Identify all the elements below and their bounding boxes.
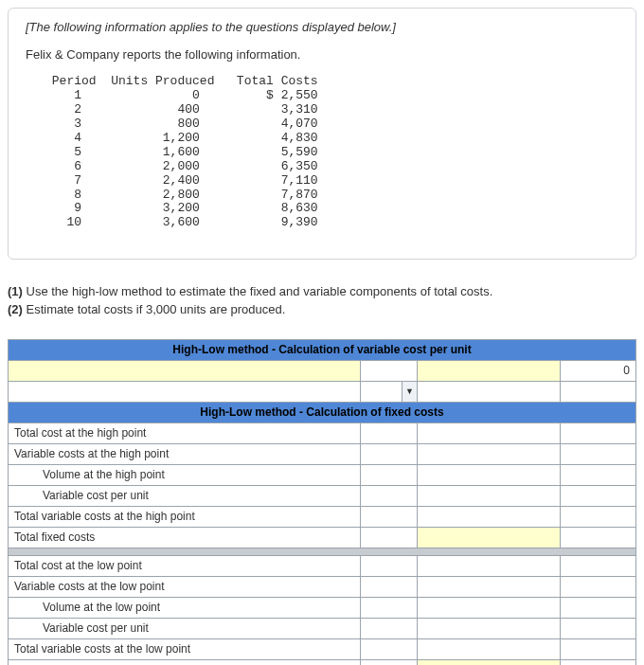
var-result-2 bbox=[560, 381, 635, 402]
input-volume-low[interactable] bbox=[360, 597, 417, 618]
blank bbox=[417, 443, 560, 464]
var-result-zero: 0 bbox=[560, 360, 635, 381]
blank bbox=[360, 659, 417, 665]
input-volume-high[interactable] bbox=[360, 464, 417, 485]
blank bbox=[417, 485, 560, 506]
label-var-costs-high: Variable costs at the high point bbox=[9, 443, 361, 464]
label-total-cost-high: Total cost at the high point bbox=[9, 422, 361, 443]
blank bbox=[560, 506, 635, 527]
blank bbox=[560, 527, 635, 548]
var-desc-input-2[interactable] bbox=[9, 381, 361, 402]
questions-block: (1) Use the high-low method to estimate … bbox=[8, 283, 636, 317]
q1-text: Use the high-low method to estimate the … bbox=[27, 284, 493, 298]
blank bbox=[560, 618, 635, 638]
lead-text: Felix & Company reports the following in… bbox=[26, 47, 618, 62]
label-fixed-high: Total fixed costs bbox=[9, 527, 361, 548]
input-vc-per-unit-high[interactable] bbox=[360, 485, 417, 506]
var-value-input-2[interactable] bbox=[417, 381, 560, 402]
blank bbox=[560, 443, 635, 464]
blank bbox=[417, 597, 560, 618]
input-total-vc-low[interactable] bbox=[417, 638, 560, 659]
data-table: Period Units Produced Total Costs 1 0 $ … bbox=[45, 75, 618, 230]
blank bbox=[560, 485, 635, 506]
q1-num: (1) bbox=[8, 284, 27, 298]
blank bbox=[360, 422, 417, 443]
blank bbox=[417, 464, 560, 485]
blank bbox=[360, 638, 417, 659]
blank bbox=[560, 555, 635, 576]
divider-row bbox=[9, 548, 636, 555]
output-fixed-high[interactable] bbox=[417, 527, 560, 548]
label-total-cost-low: Total cost at the low point bbox=[9, 555, 361, 576]
header-fixed-cost: High-Low method - Calculation of fixed c… bbox=[9, 402, 636, 422]
var-op-dropdown[interactable]: ▼ bbox=[360, 381, 417, 402]
blank bbox=[560, 464, 635, 485]
q2-text: Estimate total costs if 3,000 units are … bbox=[27, 302, 286, 316]
var-value-input[interactable] bbox=[417, 360, 560, 381]
input-total-cost-high[interactable] bbox=[417, 422, 560, 443]
blank bbox=[560, 422, 635, 443]
blank bbox=[360, 527, 417, 548]
blank bbox=[360, 555, 417, 576]
input-total-cost-low[interactable] bbox=[417, 555, 560, 576]
label-volume-low: Volume at the low point bbox=[9, 597, 361, 618]
blank bbox=[360, 506, 417, 527]
output-fixed-low[interactable] bbox=[417, 659, 560, 665]
blank bbox=[560, 576, 635, 597]
label-total-vc-high: Total variable costs at the high point bbox=[9, 506, 361, 527]
var-desc-input[interactable] bbox=[9, 360, 361, 381]
applies-note: [The following information applies to th… bbox=[26, 20, 618, 34]
label-vc-per-unit-high: Variable cost per unit bbox=[9, 485, 361, 506]
blank bbox=[360, 443, 417, 464]
header-variable-cost: High-Low method - Calculation of variabl… bbox=[9, 339, 636, 360]
blank bbox=[560, 638, 635, 659]
chevron-down-icon: ▼ bbox=[402, 382, 417, 402]
label-total-vc-low: Total variable costs at the low point bbox=[9, 638, 361, 659]
blank bbox=[560, 597, 635, 618]
calc-table: High-Low method - Calculation of variabl… bbox=[8, 339, 636, 665]
blank bbox=[360, 576, 417, 597]
label-vc-per-unit-low: Variable cost per unit bbox=[9, 618, 361, 638]
input-total-vc-high[interactable] bbox=[417, 506, 560, 527]
var-blank-1[interactable] bbox=[360, 360, 417, 381]
label-fixed-low: Total fixed costs bbox=[9, 659, 361, 665]
blank bbox=[417, 618, 560, 638]
blank bbox=[560, 659, 635, 665]
input-vc-per-unit-low[interactable] bbox=[360, 618, 417, 638]
label-var-costs-low: Variable costs at the low point bbox=[9, 576, 361, 597]
intro-card: [The following information applies to th… bbox=[8, 8, 636, 260]
q2-num: (2) bbox=[8, 302, 27, 316]
label-volume-high: Volume at the high point bbox=[9, 464, 361, 485]
blank bbox=[417, 576, 560, 597]
